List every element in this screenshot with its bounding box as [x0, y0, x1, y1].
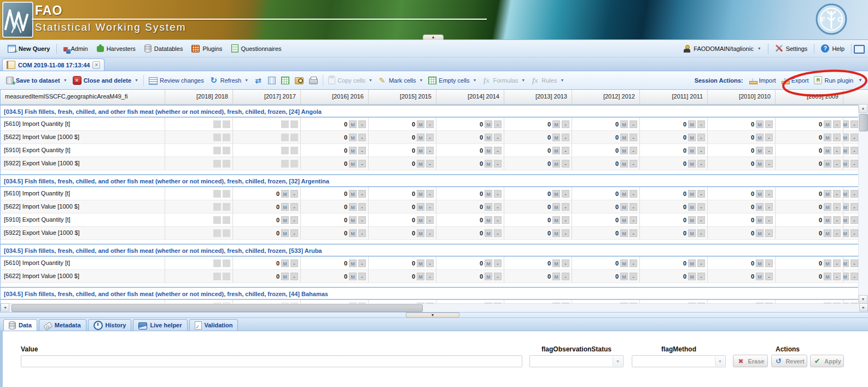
year-column-header[interactable]: [2013] 2013 [504, 90, 572, 104]
data-cell[interactable]: 0M- [436, 187, 504, 200]
data-cell-empty[interactable] [233, 144, 301, 157]
data-cell[interactable]: 0M- [504, 227, 572, 239]
menu-item-harvesters[interactable]: Harvesters [92, 43, 140, 54]
menu-item-plugins[interactable]: Plugins [187, 43, 226, 54]
data-cell-empty[interactable] [165, 213, 233, 226]
data-cell-empty[interactable] [233, 131, 301, 143]
data-cell[interactable]: 0M- [708, 227, 776, 239]
vertical-scroll-thumb[interactable] [859, 114, 868, 131]
save-to-dataset-button[interactable]: Save to dataset▼ [3, 75, 70, 86]
data-cell-empty[interactable] [233, 118, 301, 130]
year-column-header[interactable]: [2014] 2014 [436, 90, 504, 104]
data-cell[interactable]: 0M- [776, 157, 843, 170]
data-cell[interactable]: 0M- [504, 131, 572, 143]
data-cell[interactable]: 0M- [572, 157, 640, 170]
scroll-down-button[interactable]: ▼ [859, 295, 867, 304]
data-cell[interactable]: 0M- [369, 187, 436, 200]
data-cell-empty[interactable] [165, 131, 233, 143]
close-and-delete-button[interactable]: Close and delete▼ [70, 74, 141, 86]
data-cell[interactable]: 0M- [233, 187, 301, 200]
data-cell[interactable]: 0M- [436, 257, 504, 269]
data-cell[interactable]: 0M- [369, 270, 436, 282]
tab-data[interactable]: Data [3, 319, 37, 331]
year-column-header[interactable]: [2016] 2016 [301, 90, 369, 104]
data-cell[interactable]: 0M- [572, 187, 640, 200]
year-column-header[interactable]: [2015] 2015 [369, 90, 436, 104]
data-cell[interactable]: 0M- [708, 187, 776, 200]
menu-item-questionnaires[interactable]: Questionnaires [227, 43, 286, 54]
data-cell[interactable]: 0M- [843, 213, 859, 226]
data-cell[interactable]: 0M- [504, 157, 572, 170]
data-cell[interactable]: 0M- [843, 227, 859, 239]
data-cell[interactable]: 0M- [708, 131, 776, 143]
data-cell[interactable]: 0M- [301, 118, 369, 130]
data-cell[interactable]: 0M- [436, 118, 504, 130]
data-cell[interactable]: 0M- [369, 118, 436, 130]
flag-observation-status-select[interactable]: ▼ [529, 355, 624, 367]
data-cell-empty[interactable] [165, 187, 233, 200]
import-button[interactable]: Import [747, 75, 779, 86]
print-button[interactable] [306, 74, 321, 86]
vertical-scrollbar[interactable]: ▲ ▼ [858, 104, 868, 304]
data-cell[interactable]: 0M- [436, 200, 504, 213]
data-cell[interactable]: 0M- [301, 144, 369, 157]
data-cell[interactable]: 0M- [369, 131, 436, 143]
data-cell[interactable]: 0M- [301, 213, 369, 226]
data-cell[interactable]: 0M- [436, 213, 504, 226]
data-cell-empty[interactable] [165, 200, 233, 213]
data-cell[interactable]: 0M- [233, 270, 301, 282]
erase-button[interactable]: Erase [733, 355, 768, 367]
data-cell[interactable]: 0M- [301, 270, 369, 282]
data-cell[interactable]: 0M- [233, 227, 301, 239]
data-cell[interactable]: 0M- [369, 157, 436, 170]
tab-com-session[interactable]: COM 2019-11-08 17:13:44 [2, 59, 104, 71]
data-cell[interactable]: 0M- [640, 213, 708, 226]
review-changes-button[interactable]: Review changes [146, 74, 207, 86]
chevron-down-icon[interactable]: ▼ [613, 356, 622, 366]
menu-item-datatables[interactable]: Datatables [140, 43, 188, 54]
data-cell[interactable]: 0M- [504, 257, 572, 269]
data-cell[interactable]: 0M- [708, 270, 776, 282]
data-cell[interactable]: 0M- [708, 118, 776, 130]
data-cell[interactable]: 0M- [504, 270, 572, 282]
data-cell[interactable]: 0M- [572, 257, 640, 269]
data-cell[interactable]: 0M- [369, 144, 436, 157]
data-cell[interactable]: 0M- [776, 257, 843, 269]
data-cell[interactable]: 0M- [504, 144, 572, 157]
data-cell[interactable]: 0M- [640, 227, 708, 239]
data-cell[interactable]: 0M- [369, 200, 436, 213]
data-cell[interactable]: 0M- [572, 118, 640, 130]
data-cell[interactable]: 0M- [504, 200, 572, 213]
empty-cells-button[interactable]: Empty cells▼ [426, 74, 479, 86]
data-cell[interactable]: 0M- [776, 187, 843, 200]
data-cell[interactable]: 0M- [708, 257, 776, 269]
revert-button[interactable]: Revert [771, 355, 807, 367]
data-cell[interactable]: 0M- [776, 270, 843, 282]
splitter-collapse-handle[interactable]: ▼ [406, 313, 459, 318]
year-column-header[interactable]: [2018] 2018 [165, 90, 233, 104]
data-cell[interactable]: 0M- [708, 144, 776, 157]
data-cell[interactable]: 0M- [843, 131, 859, 143]
data-cell[interactable]: 0M- [504, 213, 572, 226]
year-column-header[interactable]: [2017] 2017 [233, 90, 301, 104]
mark-cells-button[interactable]: Mark cells▼ [375, 74, 426, 86]
shuffle-button[interactable] [251, 74, 265, 86]
data-cell[interactable]: 0M- [776, 200, 843, 213]
year-column-header[interactable]: [2012] 2012 [572, 90, 640, 104]
data-cell[interactable]: 0M- [504, 187, 572, 200]
data-cell[interactable]: 0M- [572, 131, 640, 143]
search-folder-button[interactable] [292, 74, 306, 86]
data-cell[interactable]: 0M- [572, 227, 640, 239]
banner-collapse-handle[interactable]: ▲ [423, 34, 444, 40]
scroll-up-button[interactable]: ▲ [859, 104, 867, 113]
tab-live-helper[interactable]: Live helper [133, 319, 187, 331]
data-cell[interactable]: 0M- [640, 118, 708, 130]
data-cell[interactable]: 0M- [640, 144, 708, 157]
data-cell[interactable]: 0M- [640, 270, 708, 282]
data-cell[interactable]: 0M- [843, 270, 859, 282]
data-cell[interactable]: 0M- [843, 200, 859, 213]
run-plugin-button[interactable]: Run plugin [811, 74, 856, 86]
data-cell[interactable]: 0M- [301, 227, 369, 239]
data-cell[interactable]: 0M- [572, 270, 640, 282]
data-cell[interactable]: 0M- [572, 200, 640, 213]
